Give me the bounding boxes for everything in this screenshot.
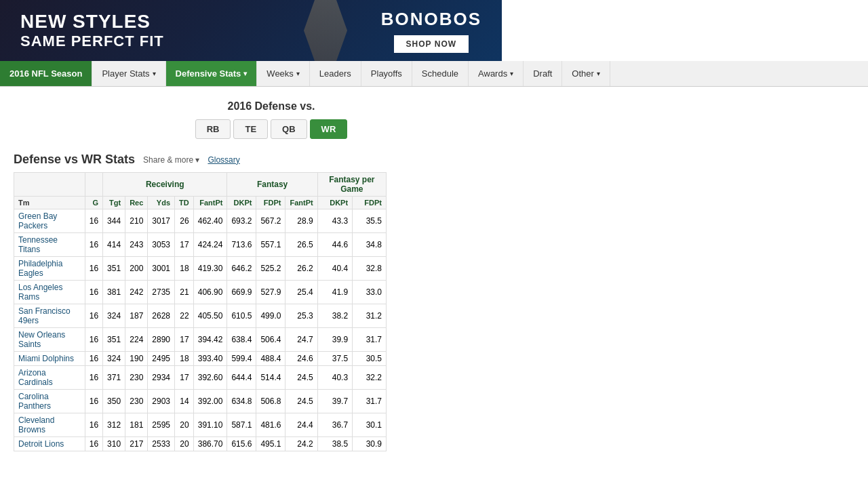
col-header-fantpt: FantPt — [285, 197, 317, 209]
stat-cell: 26.5 — [285, 233, 317, 257]
stat-cell: 2890 — [148, 328, 175, 352]
col-header-yds: Yds — [148, 197, 175, 209]
stat-cell: 242 — [125, 281, 148, 304]
pos-btn-rb[interactable]: RB — [195, 119, 231, 139]
nav-item-draft[interactable]: Draft — [524, 61, 562, 86]
stat-cell: 567.2 — [256, 209, 285, 233]
ad-text: NEW STYLES SAME PERFCT FIT — [20, 11, 164, 50]
stat-cell: 392.60 — [193, 366, 227, 390]
col-header-tgt: Tgt — [103, 197, 125, 209]
ad-shop-now-button[interactable]: SHOP NOW — [394, 35, 469, 53]
team-name-cell[interactable]: Philadelphia Eagles — [14, 257, 85, 281]
stat-cell: 26 — [175, 209, 194, 233]
stat-cell: 24.4 — [285, 413, 317, 437]
stat-cell: 16 — [85, 257, 102, 281]
stat-cell: 3053 — [148, 233, 175, 257]
team-name-cell[interactable]: Miami Dolphins — [14, 352, 85, 366]
stat-cell: 2735 — [148, 281, 175, 304]
col-header-g: G — [85, 197, 102, 209]
stat-cell: 210 — [125, 209, 148, 233]
nav-item-player-stats[interactable]: Player Stats ▾ — [92, 61, 165, 86]
stat-cell: 17 — [175, 233, 194, 257]
stat-cell: 638.4 — [227, 328, 256, 352]
team-name-cell[interactable]: Tennessee Titans — [14, 233, 85, 257]
stat-cell: 20 — [175, 437, 194, 451]
team-name-cell[interactable]: Detroit Lions — [14, 437, 85, 451]
position-buttons: RBTEQBWR — [14, 119, 529, 139]
team-link[interactable]: Detroit Lions — [18, 439, 64, 449]
team-name-cell[interactable]: Cleveland Browns — [14, 413, 85, 437]
stat-cell: 414 — [103, 233, 125, 257]
stat-cell: 22 — [175, 304, 194, 328]
pos-btn-qb[interactable]: QB — [271, 119, 307, 139]
stat-cell: 43.3 — [317, 209, 352, 233]
col-header-dkpt: DKPt — [227, 197, 256, 209]
nav-item-playoffs[interactable]: Playoffs — [361, 61, 412, 86]
stat-cell: 36.7 — [317, 413, 352, 437]
stat-cell: 224 — [125, 328, 148, 352]
pos-btn-te[interactable]: TE — [233, 119, 268, 139]
stat-cell: 30.9 — [353, 437, 387, 451]
stat-cell: 527.9 — [256, 281, 285, 304]
nav-item-other[interactable]: Other ▾ — [562, 61, 610, 86]
content-area: 2016 Defense vs. RBTEQBWR Defense vs WR … — [0, 87, 542, 465]
stat-cell: 217 — [125, 437, 148, 451]
nav-item-leaders[interactable]: Leaders — [310, 61, 361, 86]
stat-cell: 495.1 — [256, 437, 285, 451]
stat-cell: 18 — [175, 352, 194, 366]
section-header: Defense vs WR Stats Share & more ▾ Gloss… — [14, 152, 529, 167]
team-link[interactable]: Tennessee Titans — [18, 235, 58, 254]
stat-cell: 424.24 — [193, 233, 227, 257]
group-header-1 — [85, 173, 102, 197]
stat-cell: 14 — [175, 390, 194, 413]
nav-item-defensive-stats[interactable]: Defensive Stats ▾ — [166, 61, 258, 86]
stat-cell: 557.1 — [256, 233, 285, 257]
col-header-rec: Rec — [125, 197, 148, 209]
team-link[interactable]: Arizona Cardinals — [18, 368, 53, 387]
stat-cell: 26.2 — [285, 257, 317, 281]
stat-cell: 18 — [175, 257, 194, 281]
team-link[interactable]: Carolina Panthers — [18, 392, 51, 411]
stat-cell: 506.8 — [256, 390, 285, 413]
stat-cell: 514.4 — [256, 366, 285, 390]
nav-item-season[interactable]: 2016 NFL Season — [0, 61, 92, 86]
stats-table: ReceivingFantasyFantasy per GameTmGTgtRe… — [14, 172, 387, 451]
team-link[interactable]: Philadelphia Eagles — [18, 259, 62, 278]
team-link[interactable]: New Orleans Saints — [18, 330, 65, 349]
stat-cell: 34.8 — [353, 233, 387, 257]
glossary-link[interactable]: Glossary — [208, 155, 239, 165]
stat-cell: 21 — [175, 281, 194, 304]
team-link[interactable]: Green Bay Packers — [18, 211, 57, 230]
stat-cell: 344 — [103, 209, 125, 233]
stat-cell: 386.70 — [193, 437, 227, 451]
team-link[interactable]: San Francisco 49ers — [18, 306, 71, 325]
stat-cell: 634.8 — [227, 390, 256, 413]
pos-btn-wr[interactable]: WR — [310, 119, 348, 139]
team-name-cell[interactable]: Los Angeles Rams — [14, 281, 85, 304]
team-link[interactable]: Cleveland Browns — [18, 415, 54, 434]
team-link[interactable]: Miami Dolphins — [18, 354, 74, 363]
team-name-cell[interactable]: San Francisco 49ers — [14, 304, 85, 328]
defense-title: 2016 Defense vs. — [14, 100, 529, 113]
stat-cell: 16 — [85, 413, 102, 437]
nav-item-awards[interactable]: Awards ▾ — [469, 61, 524, 86]
share-button[interactable]: Share & more ▾ — [143, 155, 199, 165]
stat-cell: 481.6 — [256, 413, 285, 437]
stat-cell: 350 — [103, 390, 125, 413]
stat-cell: 25.3 — [285, 304, 317, 328]
nav-item-schedule[interactable]: Schedule — [412, 61, 469, 86]
stat-cell: 669.9 — [227, 281, 256, 304]
team-name-cell[interactable]: Green Bay Packers — [14, 209, 85, 233]
team-name-cell[interactable]: New Orleans Saints — [14, 328, 85, 352]
group-header-2: Receiving — [103, 173, 227, 197]
stat-cell: 38.2 — [317, 304, 352, 328]
nav-item-weeks[interactable]: Weeks ▾ — [257, 61, 310, 86]
stat-cell: 24.6 — [285, 352, 317, 366]
team-name-cell[interactable]: Carolina Panthers — [14, 390, 85, 413]
team-name-cell[interactable]: Arizona Cardinals — [14, 366, 85, 390]
stat-cell: 30.5 — [353, 352, 387, 366]
stat-cell: 3017 — [148, 209, 175, 233]
stat-cell: 499.0 — [256, 304, 285, 328]
stat-cell: 31.7 — [353, 328, 387, 352]
team-link[interactable]: Los Angeles Rams — [18, 283, 62, 302]
